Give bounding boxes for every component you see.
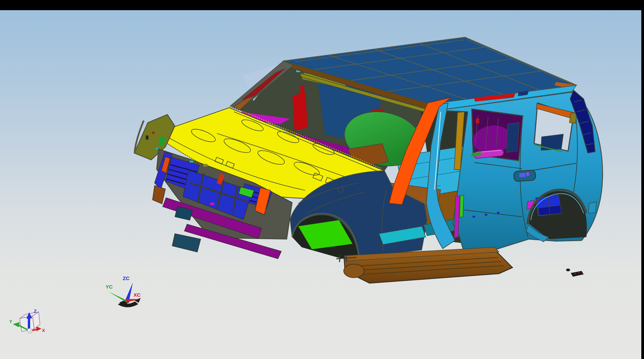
car-model[interactable] [134, 37, 603, 283]
wcs-y-label: YC [106, 284, 113, 290]
window-chrome-top-strip [0, 0, 644, 10]
loose-parts[interactable] [566, 269, 584, 277]
wcs-x-label: XC [134, 292, 141, 298]
wcs-triad[interactable]: ZC YC XC [106, 275, 141, 307]
abs-z-label: Z [34, 309, 37, 314]
interior-firewall-red[interactable] [292, 92, 308, 131]
window-chrome-right-strip [641, 0, 644, 359]
abs-y-label: Y [9, 319, 12, 324]
wcs-z-label: ZC [123, 275, 129, 281]
door-handle[interactable] [514, 170, 536, 182]
application-window: ZC YC XC Z Y X [0, 0, 644, 359]
3d-viewport-canvas[interactable]: ZC YC XC Z Y X [0, 0, 644, 359]
abs-origin-sphere [27, 329, 33, 334]
rear-door-window[interactable] [471, 109, 523, 161]
absolute-csys-triad: Z Y X [9, 309, 45, 334]
abs-x-label: X [42, 328, 45, 333]
